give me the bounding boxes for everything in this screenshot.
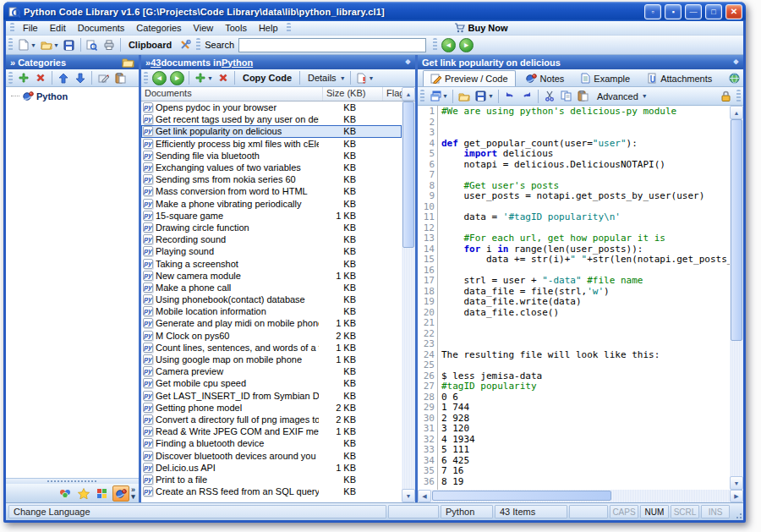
table-row[interactable]: pyOpens pydoc in your browserKB bbox=[141, 101, 402, 113]
new-document-button[interactable] bbox=[15, 37, 32, 53]
tab-internet[interactable]: Internet bbox=[721, 70, 743, 86]
search-input[interactable] bbox=[238, 38, 426, 52]
table-row[interactable]: pyCamera previewKB bbox=[141, 365, 402, 377]
buy-now-menu-item[interactable]: Buy Now bbox=[454, 23, 508, 33]
table-row[interactable]: pyMobile location informationKB bbox=[141, 305, 402, 317]
tab-preview-code[interactable]: Preview / Code bbox=[423, 70, 516, 86]
preview-button[interactable] bbox=[84, 37, 101, 53]
table-row[interactable]: pyGet LAST_INSERT_ID from Symbian DBMSKB bbox=[141, 390, 402, 402]
toolbar-grip[interactable] bbox=[8, 38, 13, 51]
toolbar-grip[interactable] bbox=[420, 90, 424, 102]
table-row[interactable]: py15-square game1 KB bbox=[141, 210, 402, 222]
scroll-down-button[interactable]: ▼ bbox=[730, 476, 743, 490]
copy-button[interactable] bbox=[558, 88, 575, 104]
clipboard-button[interactable]: Clipboard bbox=[123, 40, 177, 50]
add-document-button[interactable] bbox=[192, 70, 209, 86]
search-prev-button[interactable]: ◂ bbox=[441, 38, 456, 52]
toolbar-grip[interactable] bbox=[144, 72, 148, 84]
table-row[interactable]: pyRecording soundKB bbox=[141, 233, 402, 245]
scrollbar-thumb[interactable] bbox=[402, 101, 414, 248]
details-dropdown[interactable]: Details bbox=[303, 73, 342, 83]
editor-hscrollbar[interactable]: ◀ ▶ bbox=[418, 490, 743, 502]
edit-category-button[interactable] bbox=[95, 70, 112, 86]
table-row[interactable]: pyGenerate and play midi on mobile phone… bbox=[141, 317, 402, 329]
table-row[interactable]: pyRead & Write JPEG COM and EXIF metadat… bbox=[141, 425, 402, 437]
menu-item-documents[interactable]: Documents bbox=[72, 22, 131, 34]
shortcut-overflow-button[interactable]: »▾ bbox=[131, 486, 135, 500]
toolbar-grip[interactable] bbox=[10, 23, 14, 32]
code-lines[interactable]: #We are using python's delicious-py modu… bbox=[438, 106, 730, 490]
minimize-button[interactable]: — bbox=[685, 4, 702, 19]
menu-item-edit[interactable]: Edit bbox=[44, 22, 72, 34]
tab-notes[interactable]: Notes bbox=[517, 70, 572, 86]
table-row[interactable]: pyMake a phone callKB bbox=[141, 282, 402, 293]
open-snippet-button[interactable] bbox=[456, 88, 473, 104]
table-row[interactable]: pySending sms from nokia series 60KB bbox=[141, 173, 402, 185]
table-row[interactable]: pyUsing google map on mobile phone1 KB bbox=[141, 354, 402, 365]
folder-icon[interactable] bbox=[122, 58, 134, 68]
flag-button[interactable] bbox=[353, 70, 370, 86]
menu-item-view[interactable]: View bbox=[188, 22, 220, 34]
print-button[interactable] bbox=[101, 37, 118, 53]
menu-item-file[interactable]: File bbox=[17, 22, 44, 34]
shortcut-favorites-button[interactable] bbox=[75, 485, 92, 502]
table-row[interactable]: pyM Clock on pys602 KB bbox=[141, 330, 402, 342]
table-row[interactable]: pyDiscover bluetooth devices around youK… bbox=[141, 449, 402, 461]
paste-button[interactable] bbox=[575, 88, 592, 104]
documents-scrollbar[interactable]: ▼ bbox=[402, 101, 415, 502]
table-row[interactable]: pyConvert a directory full of png images… bbox=[141, 414, 402, 425]
cut-button[interactable] bbox=[541, 88, 558, 104]
shortcut-python-button[interactable] bbox=[112, 485, 129, 502]
table-row[interactable]: pyGet link popularity on deliciousKB bbox=[141, 125, 402, 137]
scroll-right-button[interactable]: ▶ bbox=[730, 490, 743, 502]
table-row[interactable]: pyGet mobile cpu speedKB bbox=[141, 377, 402, 389]
category-link[interactable]: Python bbox=[222, 58, 253, 68]
tab-example[interactable]: Example bbox=[573, 70, 638, 86]
scroll-up-button[interactable]: ▲ bbox=[730, 106, 743, 119]
document-count[interactable]: 43 bbox=[151, 58, 161, 68]
lock-button[interactable] bbox=[717, 88, 734, 104]
scroll-left-button[interactable]: ◀ bbox=[418, 490, 431, 502]
paste-button[interactable] bbox=[112, 70, 129, 86]
scroll-up-button[interactable]: ▲ bbox=[402, 87, 415, 101]
table-row[interactable]: pyPlaying soundKB bbox=[141, 245, 402, 257]
titlebar[interactable]: Python Code Library v1.6 [G:\Projects\Co… bbox=[3, 2, 746, 21]
table-row[interactable]: pyGetting phone model2 KB bbox=[141, 402, 402, 414]
copy-code-button[interactable]: Copy Code bbox=[238, 73, 297, 83]
column-flag[interactable]: Flag bbox=[383, 87, 402, 101]
editor-vscrollbar[interactable]: ▲ ▼ bbox=[730, 106, 743, 490]
table-row[interactable]: pyNew camera module1 KB bbox=[141, 270, 402, 282]
scrollbar-thumb[interactable] bbox=[731, 119, 742, 341]
pane-menu-icon[interactable]: ❖ bbox=[405, 58, 411, 66]
redo-button[interactable] bbox=[518, 88, 535, 104]
table-row[interactable]: pyGet recent tags used by any user on de… bbox=[141, 113, 402, 125]
save-snippet-button[interactable] bbox=[473, 88, 490, 104]
undo-button[interactable] bbox=[501, 88, 518, 104]
save-button[interactable] bbox=[61, 37, 78, 53]
tree-item-python[interactable]: Python bbox=[6, 90, 139, 102]
table-row[interactable]: pyTaking a screenshotKB bbox=[141, 257, 402, 269]
table-row[interactable]: pyCreate an RSS feed from an SQL queryKB bbox=[141, 485, 402, 497]
toolbar-grip[interactable] bbox=[287, 23, 291, 32]
toolbar-grip[interactable] bbox=[196, 38, 200, 51]
open-file-button[interactable] bbox=[38, 37, 55, 53]
shortcut-users-button[interactable] bbox=[57, 485, 74, 502]
search-next-button[interactable]: ▸ bbox=[459, 38, 474, 52]
table-row[interactable]: pyDel.icio.us API1 KB bbox=[141, 462, 402, 474]
prev-document-button[interactable]: ◂ bbox=[152, 71, 167, 85]
table-row[interactable]: pyMass conversion from word to HTMLKB bbox=[141, 185, 402, 197]
table-row[interactable]: pySending file via bluetoothKB bbox=[141, 150, 402, 162]
table-row[interactable]: pyEfficiently process big xml files with… bbox=[141, 138, 402, 150]
menu-item-tools[interactable]: Tools bbox=[219, 22, 253, 34]
pane-menu-icon[interactable]: ❖ bbox=[733, 58, 739, 66]
next-document-button[interactable]: ▸ bbox=[170, 71, 184, 85]
menu-item-categories[interactable]: Categories bbox=[130, 22, 187, 34]
view-mode-button[interactable] bbox=[427, 88, 444, 104]
table-row[interactable]: pyCount lines, sentences, and words of a… bbox=[141, 342, 402, 354]
resize-grip[interactable] bbox=[731, 505, 742, 518]
tab-attachments[interactable]: Attachments bbox=[639, 70, 720, 86]
roll-up-button[interactable]: ▫ bbox=[644, 4, 661, 19]
move-down-button[interactable] bbox=[72, 70, 89, 86]
delete-document-button[interactable] bbox=[215, 70, 232, 86]
table-row[interactable]: pyFinding a bluetooth deviceKB bbox=[141, 437, 402, 449]
